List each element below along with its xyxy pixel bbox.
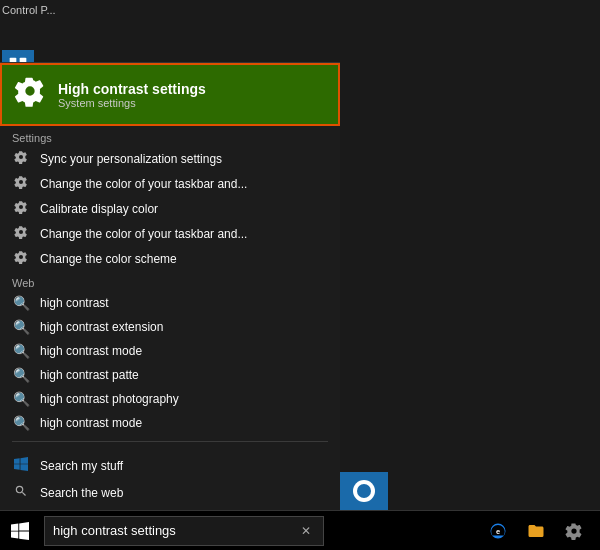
search-icon-2: 🔍 xyxy=(12,343,30,359)
settings-item-text-2: Calibrate display color xyxy=(40,202,158,216)
gear-icon-3 xyxy=(12,225,30,242)
search-web-icon xyxy=(12,484,30,501)
search-icon-0: 🔍 xyxy=(12,295,30,311)
settings-items-list: Sync your personalization settings Chang… xyxy=(0,146,340,271)
taskbar-right-icons: e xyxy=(480,511,600,551)
divider xyxy=(12,441,328,442)
taskbar-icon-ie[interactable]: e xyxy=(480,511,516,551)
settings-item-1[interactable]: Change the color of your taskbar and... xyxy=(0,171,340,196)
web-items-list: 🔍 high contrast 🔍 high contrast extensio… xyxy=(0,291,340,435)
desktop: Control P... Netwo... High contrast sett… xyxy=(0,0,600,550)
search-icon-3: 🔍 xyxy=(12,367,30,383)
svg-text:e: e xyxy=(496,527,500,536)
settings-item-text-3: Change the color of your taskbar and... xyxy=(40,227,247,241)
search-web-item[interactable]: Search the web xyxy=(0,479,340,506)
search-icon-1: 🔍 xyxy=(12,319,30,335)
cortana-icon-area[interactable] xyxy=(340,472,388,510)
search-my-stuff-text: Search my stuff xyxy=(40,459,123,473)
settings-item-0[interactable]: Sync your personalization settings xyxy=(0,146,340,171)
settings-item-2[interactable]: Calibrate display color xyxy=(0,196,340,221)
search-my-stuff-item[interactable]: Search my stuff xyxy=(0,452,340,479)
cortana-inner xyxy=(357,484,371,498)
cortana-circle xyxy=(353,480,375,502)
top-result-title: High contrast settings xyxy=(58,81,206,97)
search-web-text: Search the web xyxy=(40,486,123,500)
settings-section-label: Settings xyxy=(0,126,340,146)
gear-icon-0 xyxy=(12,150,30,167)
web-item-3[interactable]: 🔍 high contrast patte xyxy=(0,363,340,387)
top-result-subtitle: System settings xyxy=(58,97,206,109)
settings-item-4[interactable]: Change the color scheme xyxy=(0,246,340,271)
taskbar-icon-settings[interactable] xyxy=(556,511,592,551)
gear-icon-1 xyxy=(12,175,30,192)
web-item-2[interactable]: 🔍 high contrast mode xyxy=(0,339,340,363)
web-section-label: Web xyxy=(0,271,340,291)
settings-item-text-1: Change the color of your taskbar and... xyxy=(40,177,247,191)
search-icon-5: 🔍 xyxy=(12,415,30,431)
search-panel: High contrast settings System settings S… xyxy=(0,62,340,510)
taskbar-search-box[interactable]: ✕ xyxy=(44,516,324,546)
clear-search-button[interactable]: ✕ xyxy=(297,522,315,540)
top-result-text: High contrast settings System settings xyxy=(58,81,206,109)
search-icon-4: 🔍 xyxy=(12,391,30,407)
settings-gear-icon xyxy=(14,75,46,114)
web-item-1[interactable]: 🔍 high contrast extension xyxy=(0,315,340,339)
windows-logo-icon xyxy=(12,457,30,474)
gear-icon-4 xyxy=(12,250,30,267)
taskbar-icon-folder[interactable] xyxy=(518,511,554,551)
taskbar: ✕ e xyxy=(0,510,600,550)
web-item-4[interactable]: 🔍 high contrast photography xyxy=(0,387,340,411)
web-item-text-1: high contrast extension xyxy=(40,320,163,334)
settings-item-text-0: Sync your personalization settings xyxy=(40,152,222,166)
web-item-0[interactable]: 🔍 high contrast xyxy=(0,291,340,315)
top-result-item[interactable]: High contrast settings System settings xyxy=(0,63,340,126)
gear-icon-2 xyxy=(12,200,30,217)
bottom-actions: Search my stuff Search the web xyxy=(0,448,340,510)
web-item-5[interactable]: 🔍 high contrast mode xyxy=(0,411,340,435)
web-item-text-4: high contrast photography xyxy=(40,392,179,406)
web-item-text-2: high contrast mode xyxy=(40,344,142,358)
web-item-text-3: high contrast patte xyxy=(40,368,139,382)
start-button[interactable] xyxy=(0,511,40,551)
web-item-text-5: high contrast mode xyxy=(40,416,142,430)
settings-item-text-4: Change the color scheme xyxy=(40,252,177,266)
settings-item-3[interactable]: Change the color of your taskbar and... xyxy=(0,221,340,246)
control-panel-label: Control P... xyxy=(2,4,56,16)
web-item-text-0: high contrast xyxy=(40,296,109,310)
search-input[interactable] xyxy=(53,523,297,538)
